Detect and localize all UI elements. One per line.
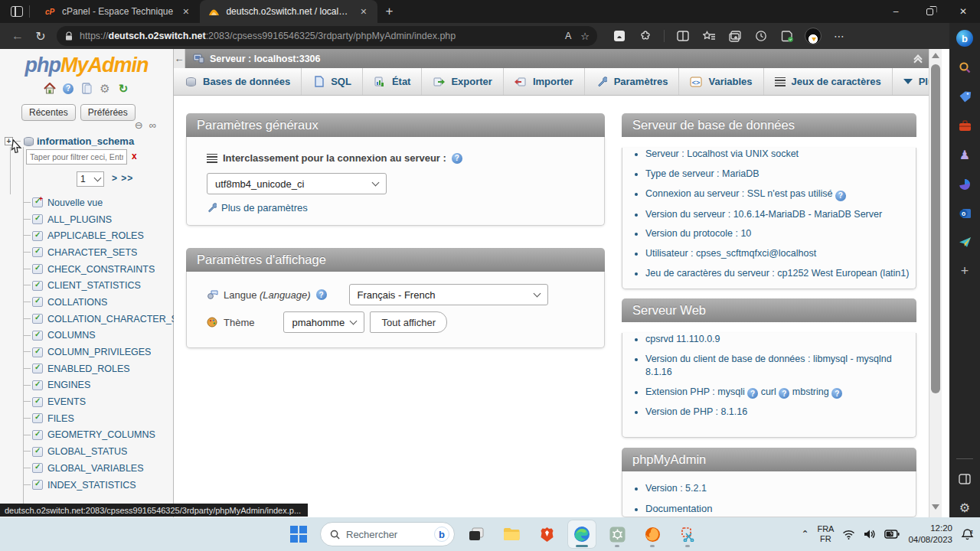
tree-item-table[interactable]: COLLATION_CHARACTER_S <box>0 311 174 328</box>
tab-actions-icon[interactable] <box>11 6 23 17</box>
bing-chat-icon[interactable]: b <box>955 29 975 47</box>
help-icon[interactable]: ? <box>62 82 75 95</box>
close-window-button[interactable]: ✕ <box>946 0 980 23</box>
tree-item-new-view[interactable]: Nouvelle vue <box>0 194 174 211</box>
collapse-sidebar-button[interactable]: ← <box>174 49 185 68</box>
home-icon[interactable] <box>44 82 57 95</box>
tab-sql[interactable]: SQL <box>302 68 363 95</box>
tab-charsets[interactable]: Jeux de caractères <box>764 68 893 95</box>
close-tab-icon[interactable]: ✕ <box>179 5 192 18</box>
help-icon[interactable]: ? <box>779 388 789 399</box>
add-sidebar-item-icon[interactable]: + <box>955 262 975 281</box>
page-scrollbar[interactable] <box>929 49 942 517</box>
outlook-icon[interactable]: o <box>955 204 975 223</box>
show-all-themes-button[interactable]: Tout afficher <box>370 311 447 333</box>
extension-icon[interactable] <box>608 26 631 46</box>
more-settings-link[interactable]: Plus de paramètres <box>221 202 308 214</box>
tree-item-table[interactable]: GLOBAL_STATUS <box>0 443 174 460</box>
edge-button[interactable] <box>568 520 596 548</box>
address-bar[interactable]: https://deutsch.o2switch.net:2083/cpsess… <box>57 26 597 46</box>
log-icon[interactable] <box>80 82 93 95</box>
sidebar-settings-gear-icon[interactable]: ⚙ <box>955 499 975 517</box>
snipping-tool-button[interactable] <box>674 520 701 548</box>
taskbar-clock[interactable]: 12:2004/08/2023 <box>908 523 952 546</box>
refresh-button[interactable]: ↻ <box>29 29 52 44</box>
brave-button[interactable] <box>533 520 560 548</box>
documentation-link[interactable]: Documentation <box>645 503 712 514</box>
clear-filter-button[interactable]: x <box>132 151 137 161</box>
tree-item-table[interactable]: ENABLED_ROLES <box>0 360 174 377</box>
scrollbar-thumb[interactable] <box>931 64 940 393</box>
tree-item-table[interactable]: CHARACTER_SETS <box>0 244 174 261</box>
search-icon[interactable] <box>955 58 975 77</box>
minimize-button[interactable]: – <box>879 0 913 23</box>
tree-item-table[interactable]: GEOMETRY_COLUMNS <box>0 427 174 444</box>
task-view-button[interactable] <box>462 520 490 548</box>
tree-item-table[interactable]: INDEX_STATISTICS <box>0 477 174 494</box>
table-filter-input[interactable] <box>26 149 127 165</box>
browser-tab-cpanel[interactable]: cP cPanel - Espace Technique ✕ <box>36 0 200 23</box>
collation-select[interactable]: utf8mb4_unicode_ci <box>207 173 387 194</box>
tree-item-table[interactable]: FILES <box>0 410 174 427</box>
profile-avatar[interactable] <box>802 26 825 46</box>
drop-icon[interactable] <box>955 233 975 252</box>
tree-item-table[interactable]: APPLICABLE_ROLES <box>0 227 174 244</box>
tab-import[interactable]: Importer <box>504 68 585 95</box>
shopping-tag-icon[interactable] <box>955 87 975 106</box>
browser-tab-phpmyadmin[interactable]: deutsch.o2switch.net / localhost ✕ <box>200 0 377 23</box>
collapse-all-icon[interactable]: ⊖ <box>135 119 143 131</box>
close-tab-icon[interactable]: ✕ <box>357 5 370 18</box>
tree-item-table[interactable]: COLUMN_PRIVILEGES <box>0 344 174 360</box>
tab-status[interactable]: État <box>363 68 423 95</box>
games-icon[interactable]: ♟ <box>955 145 975 164</box>
file-explorer-button[interactable] <box>498 520 525 548</box>
collections-icon[interactable] <box>724 26 746 46</box>
tab-settings[interactable]: Paramètres <box>585 68 680 95</box>
tree-item-table[interactable]: ENGINES <box>0 377 174 394</box>
link-with-main-icon[interactable]: ∞ <box>149 119 156 131</box>
toolbox-icon[interactable] <box>955 116 975 135</box>
tree-item-table[interactable]: GLOBAL_VARIABLES <box>0 460 174 477</box>
wifi-icon[interactable] <box>842 530 855 540</box>
scroll-top-icon[interactable] <box>915 56 921 61</box>
settings-gear-icon[interactable]: ⚙ <box>99 82 112 95</box>
favorite-tables-button[interactable]: Préférées <box>80 104 136 121</box>
tab-databases[interactable]: Bases de données <box>174 68 302 95</box>
new-tab-button[interactable]: + <box>385 4 393 19</box>
theme-select[interactable]: pmahomme <box>283 311 364 333</box>
battery-icon[interactable] <box>884 530 900 539</box>
tree-item-table[interactable]: COLUMNS <box>0 328 174 344</box>
restore-button[interactable] <box>913 0 946 23</box>
chatgpt-button[interactable] <box>603 520 631 548</box>
favorites-icon[interactable] <box>697 26 720 46</box>
help-icon[interactable]: ? <box>747 388 758 399</box>
notification-bell-icon[interactable]: z <box>961 528 974 541</box>
page-select[interactable]: 1 <box>77 171 104 187</box>
scroll-up-icon[interactable] <box>932 53 939 58</box>
browser-essentials-icon[interactable] <box>634 26 657 46</box>
help-icon[interactable]: ? <box>835 191 846 201</box>
database-item-information-schema[interactable]: + information_schema <box>5 135 134 147</box>
help-icon[interactable]: ? <box>452 153 462 164</box>
microsoft365-icon[interactable] <box>955 174 975 193</box>
tree-item-table[interactable]: CHECK_CONSTRAINTS <box>0 261 174 278</box>
taskbar-search[interactable]: Rechercher b <box>320 522 455 546</box>
scroll-down-icon[interactable] <box>932 504 939 510</box>
back-button[interactable]: ← <box>6 29 29 43</box>
shopping-icon[interactable] <box>776 26 799 46</box>
next-page-link[interactable]: > >> <box>112 173 133 184</box>
refresh-icon[interactable]: ↻ <box>117 82 130 95</box>
firefox-button[interactable] <box>639 520 666 548</box>
split-screen-icon[interactable] <box>671 26 694 46</box>
start-button[interactable] <box>285 520 312 548</box>
more-options-icon[interactable]: ⋯ <box>828 26 851 46</box>
history-icon[interactable] <box>750 26 773 46</box>
favorite-star-icon[interactable]: ☆ <box>580 31 590 42</box>
read-aloud-icon[interactable]: A <box>565 31 571 41</box>
tree-item-table[interactable]: CLIENT_STATISTICS <box>0 277 174 294</box>
tree-item-table[interactable]: COLLATIONS <box>0 294 174 311</box>
sidebar-toggle-icon[interactable] <box>955 470 975 488</box>
language-select[interactable]: Français - French <box>349 284 548 305</box>
tab-export[interactable]: Exporter <box>422 68 503 95</box>
tab-variables[interactable]: <> Variables <box>679 68 763 95</box>
